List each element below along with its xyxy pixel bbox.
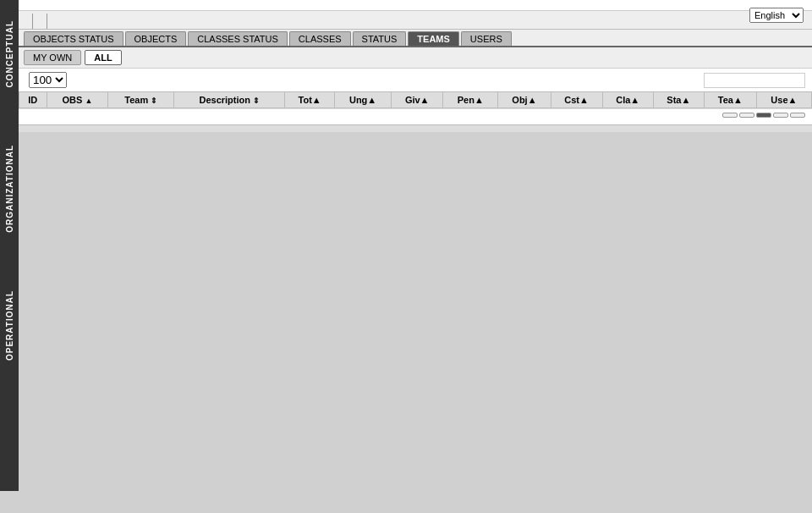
subnav-all[interactable]: ALL (85, 50, 121, 65)
sidebar: CONCEPTUAL ORGANIZATIONAL OPERATIONAL (0, 0, 19, 491)
col-tot[interactable]: Tot▲ (285, 92, 335, 108)
pagination-buttons (722, 113, 805, 118)
col-sta[interactable]: Sta▲ (653, 92, 704, 108)
col-description[interactable]: Description ⇕ (174, 92, 285, 108)
tab-classes[interactable]: CLASSES (289, 31, 351, 46)
entries-select[interactable]: 10 25 50 100 (29, 72, 67, 88)
sidebar-label-conceptual: CONCEPTUAL (3, 17, 16, 91)
page-1-button[interactable] (756, 113, 771, 118)
language-dropdown[interactable]: English French Spanish (749, 8, 804, 23)
col-giv[interactable]: Giv▲ (392, 92, 443, 108)
sidebar-label-operational: OPERATIONAL (3, 287, 16, 364)
header: English French Spanish (19, 0, 812, 11)
search-input[interactable] (704, 73, 805, 88)
sidebar-label-organizational: ORGANIZATIONAL (3, 141, 16, 236)
col-pen[interactable]: Pen▲ (443, 92, 498, 108)
tab-objects-status[interactable]: OBJECTS STATUS (24, 31, 123, 46)
pagination-row (19, 108, 812, 121)
col-use[interactable]: Use▲ (756, 92, 811, 108)
nav-bar-2: OBJECTS STATUS OBJECTS CLASSES STATUS CL… (19, 30, 812, 47)
tab-objects[interactable]: OBJECTS (125, 31, 187, 46)
tab-status[interactable]: STATUS (353, 31, 407, 46)
col-id[interactable]: ID (19, 92, 47, 108)
next-button[interactable] (773, 113, 788, 118)
subnav-my-own[interactable]: MY OWN (24, 50, 81, 65)
col-cst[interactable]: Cst▲ (551, 92, 602, 108)
team-sort-arrow: ⇕ (151, 97, 157, 105)
col-obs[interactable]: OBS ▲ (47, 92, 108, 108)
table-controls: 10 25 50 100 (19, 69, 812, 91)
col-obj[interactable]: Obj▲ (498, 92, 551, 108)
tab-teams[interactable]: TEAMS (408, 31, 459, 46)
sub-nav: MY OWN ALL (19, 47, 812, 69)
first-button[interactable] (722, 113, 738, 118)
obs-sort-arrow: ▲ (85, 97, 92, 105)
language-selector[interactable]: English French Spanish (749, 8, 804, 23)
nav-bar-1 (19, 11, 812, 30)
desc-sort-arrow: ⇕ (253, 97, 260, 105)
previous-button[interactable] (739, 113, 754, 118)
search-area (700, 73, 805, 88)
tab-users[interactable]: USERS (461, 31, 512, 46)
last-button[interactable] (790, 113, 805, 118)
data-table: ID OBS ▲ Team ⇕ Description ⇕ Tot▲ Ung▲ … (19, 91, 812, 108)
show-entries: 10 25 50 100 (25, 72, 70, 88)
col-team[interactable]: Team ⇕ (108, 92, 174, 108)
col-tea[interactable]: Tea▲ (704, 92, 756, 108)
tab-classes-status[interactable]: CLASSES STATUS (188, 31, 288, 46)
footer (19, 124, 812, 132)
col-ung[interactable]: Ung▲ (335, 92, 392, 108)
col-cla[interactable]: Cla▲ (602, 92, 653, 108)
